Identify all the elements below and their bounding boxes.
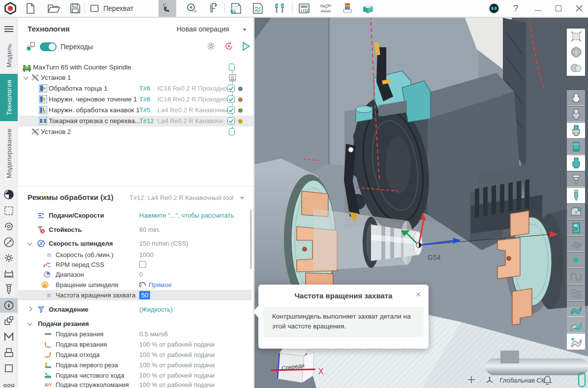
copies-button[interactable] [0, 314, 18, 328]
save-button[interactable] [67, 0, 84, 17]
show-selected-surface-button[interactable] [567, 334, 585, 350]
recalculate-button[interactable] [224, 41, 234, 53]
main-menu-button[interactable] [0, 22, 18, 36]
show-meshes-button[interactable] [567, 285, 585, 301]
tree-row-setup2[interactable]: Установ 2 [18, 127, 254, 137]
intercept-toggle-button[interactable]: Перехват [88, 0, 140, 17]
gcode-button[interactable]: N1 [227, 0, 245, 17]
selection-frame-button[interactable] [0, 203, 18, 218]
show-part-button[interactable] [567, 139, 585, 155]
tool-selector-dropdown[interactable]: T#12: La4 Re0.2 R Канавочный tool [129, 194, 244, 201]
magnet-snap-button[interactable] [158, 0, 176, 17]
show-tool-button[interactable] [567, 188, 585, 203]
minimize-button[interactable] [529, 0, 546, 17]
grab-rpm-input[interactable]: 50 [139, 291, 150, 299]
param-group-cutting-feeds[interactable]: Подачи резания [18, 319, 251, 329]
help-button[interactable]: ? [508, 0, 524, 17]
operation-settings-button[interactable] [206, 41, 216, 53]
param-row-spindle-rotation[interactable]: Вращение шпинделя Прямое [18, 280, 251, 290]
simulate-button[interactable] [241, 41, 251, 54]
blank-part-button[interactable] [567, 60, 585, 76]
shading-mode-button[interactable] [0, 187, 18, 202]
tree-row-operation-3[interactable]: Наружн. обработка канавок 1 T#5 La4 Re0.… [18, 105, 254, 116]
tab-technology[interactable]: Технология [0, 74, 18, 121]
macro-button[interactable] [0, 329, 18, 344]
collapse-icon[interactable] [28, 321, 32, 326]
collapse-icon[interactable] [24, 75, 29, 80]
param-row-feeds-speeds[interactable]: Подачи/Скорости Нажмите "...", чтобы рас… [18, 210, 251, 221]
rotation-direction-value[interactable]: Прямое [149, 281, 172, 289]
viewport-3d[interactable]: G54 Спереди X [254, 18, 588, 388]
new-file-button[interactable] [22, 0, 39, 17]
tool-button[interactable] [0, 282, 18, 297]
csys-selector[interactable]: Глобальная СК [485, 375, 545, 385]
operation-enabled-checkbox[interactable] [227, 117, 235, 125]
machining-modes-button[interactable] [0, 298, 18, 313]
param-row-tool-life[interactable]: Стойкость 60 min. [18, 225, 251, 235]
tab-simulation[interactable]: Моделирование [0, 123, 18, 183]
maximize-button[interactable] [550, 0, 567, 17]
close-button[interactable] [571, 0, 588, 17]
app-logo[interactable] [2, 0, 18, 17]
calculator-button[interactable] [295, 0, 313, 17]
show-machined-part-button[interactable] [567, 155, 585, 171]
sketch-button[interactable] [0, 235, 18, 250]
param-row-finish-pass-feed[interactable]: Подача чистового хода 100 % от рабочей п… [18, 370, 251, 381]
caliper-button[interactable] [205, 0, 222, 17]
show-machine-button[interactable] [567, 220, 585, 236]
tree-row-machine[interactable]: MaxTurn 65 with Counter Spindle [18, 62, 254, 73]
show-stock-button[interactable] [567, 123, 585, 138]
show-fixture-button[interactable] [567, 204, 585, 220]
calculate-link[interactable]: Нажмите "...", чтобы рассчитать [139, 212, 234, 219]
zoom-fit-button[interactable] [567, 29, 585, 44]
operation-enabled-checkbox[interactable] [227, 85, 235, 92]
show-points-button[interactable] [567, 253, 585, 268]
more-options-button[interactable] [0, 378, 18, 388]
open-file-button[interactable] [45, 0, 62, 17]
show-faces-button[interactable] [567, 318, 585, 333]
show-curves-button[interactable] [567, 269, 585, 285]
report-button[interactable] [249, 0, 267, 17]
tab-model[interactable]: Модель [0, 40, 18, 71]
tooltip-close-button[interactable]: × [414, 290, 423, 299]
expand-icon[interactable] [28, 307, 32, 312]
show-toolpath-button[interactable] [567, 236, 585, 252]
param-row-cut-feed[interactable]: Подача резания 0.5 мм/об [18, 329, 251, 339]
rotate-view-button[interactable] [0, 219, 18, 234]
param-row-grab-rpm-selected[interactable]: n Частота вращения захвата 50 [18, 290, 251, 300]
param-row-retract-feed[interactable]: Подача отхода 100 % от рабочей подачи [18, 350, 251, 360]
tool-layers-button[interactable] [339, 0, 356, 17]
signal-graph-button[interactable] [317, 0, 335, 17]
operation-enabled-checkbox[interactable] [227, 96, 235, 103]
param-row-range[interactable]: Диапазон 0 [18, 269, 251, 280]
show-result-button[interactable] [567, 171, 585, 187]
tree-row-setup1[interactable]: Установ 1 [18, 72, 254, 83]
assistant-button[interactable] [486, 0, 502, 17]
plane-button[interactable] [0, 361, 18, 376]
param-row-first-cut-feed[interactable]: Подача первого реза 100 % от рабочей под… [18, 360, 251, 370]
notifications-button[interactable] [543, 375, 552, 387]
rpm-before-css-checkbox[interactable] [139, 261, 146, 268]
show-workpiece-button[interactable] [567, 106, 585, 122]
operation-enabled-checkbox[interactable] [227, 106, 235, 114]
show-surfaces-button[interactable] [567, 301, 585, 317]
param-row-rpm-before-css[interactable]: n v RPM перед CSS [18, 259, 251, 270]
measure-button[interactable] [183, 0, 201, 17]
add-csys-button[interactable] [467, 375, 476, 386]
param-row-coolant[interactable]: Охлаждение (Жидкость) [18, 304, 251, 315]
show-workpiece-outline-button[interactable] [567, 90, 585, 106]
stock-button[interactable] [0, 345, 18, 360]
tree-row-operation-1[interactable]: Обработка торца 1 T#6 IC16 Re0.2 R Прохо… [18, 83, 254, 94]
param-row-spindle-speed[interactable]: Скорость шпинделя 150 m/min (CSS) [18, 238, 251, 249]
transitions-toggle[interactable] [40, 42, 57, 51]
zoom-slider-handle[interactable] [578, 372, 586, 387]
tree-row-operation-4-selected[interactable]: Токарная отрезка с перехва... T#12 La4 R… [18, 116, 254, 127]
tree-row-operation-2[interactable]: Наружн. черновое точение 1 T#6 IC16 Re0.… [18, 94, 254, 105]
settings-button[interactable] [0, 251, 18, 265]
new-operation-dropdown[interactable]: Новая операция [177, 25, 247, 33]
workpiece-setup-button[interactable] [0, 266, 18, 281]
param-row-chipbreak-feed[interactable]: Подача стружколомания 100 % от рабочей п… [18, 380, 251, 388]
part-box-button[interactable] [359, 0, 377, 17]
tools-button[interactable] [270, 0, 289, 17]
collapse-icon[interactable] [28, 241, 32, 246]
